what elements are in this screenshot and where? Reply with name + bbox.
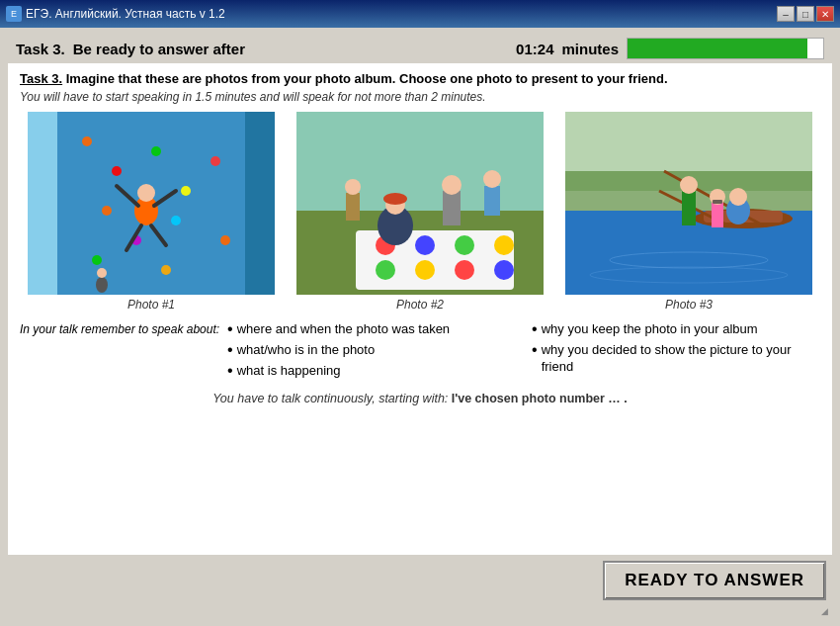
point-text-1: where and when the photo was taken (237, 321, 450, 338)
task-description: Be ready to answer after (73, 41, 508, 57)
svg-rect-43 (346, 193, 360, 221)
svg-point-44 (345, 179, 361, 195)
svg-rect-57 (682, 191, 696, 225)
svg-point-8 (181, 186, 191, 196)
points-right: • why you keep the photo in your album •… (532, 321, 820, 380)
continuous-prefix: You have to talk continuously, starting … (212, 392, 448, 405)
svg-rect-61 (713, 200, 722, 204)
svg-point-34 (455, 260, 474, 280)
svg-point-5 (82, 136, 92, 146)
point-item: • where and when the photo was taken (227, 321, 516, 338)
svg-point-38 (383, 193, 407, 205)
app-icon: E (6, 6, 22, 22)
svg-point-40 (442, 175, 462, 195)
svg-point-58 (680, 176, 698, 194)
point-text-2: what/who is in the photo (237, 342, 375, 359)
points-left: • where and when the photo was taken • w… (227, 321, 532, 384)
bullet-icon: • (227, 342, 233, 358)
close-button[interactable]: ✕ (816, 6, 834, 22)
progress-bar (628, 39, 807, 58)
svg-point-6 (112, 166, 122, 176)
point-item: • why you keep the photo in your album (532, 321, 820, 338)
svg-point-35 (494, 260, 514, 280)
window-title: ЕГЭ. Английский. Устная часть v 1.2 (26, 7, 225, 21)
timer-value: 01:24 (516, 41, 553, 57)
svg-point-33 (415, 260, 435, 280)
point-item: • what/who is in the photo (227, 342, 516, 359)
svg-point-17 (137, 184, 155, 202)
svg-point-56 (729, 188, 747, 206)
photo1-container: Photo #1 (20, 112, 283, 312)
photo1-box (20, 112, 283, 295)
progress-container (627, 38, 824, 59)
photo1-image (20, 112, 283, 295)
svg-rect-59 (712, 203, 723, 227)
resize-icon: ◢ (821, 606, 828, 616)
minimize-button[interactable]: – (777, 6, 795, 22)
point-text-4: why you keep the photo in your album (542, 321, 758, 338)
svg-point-15 (220, 235, 230, 245)
photo2-label: Photo #2 (396, 298, 444, 312)
svg-rect-39 (443, 191, 461, 225)
photo3-box (557, 112, 820, 295)
point-text-3: what is happening (237, 363, 341, 380)
svg-rect-41 (484, 186, 500, 216)
window-content: Task 3. Be ready to answer after 01:24 m… (0, 28, 840, 626)
svg-point-22 (96, 277, 108, 293)
maximize-button[interactable]: □ (797, 6, 814, 22)
ready-to-answer-button[interactable]: READY TO ANSWER (603, 561, 826, 600)
bullet-icon: • (532, 321, 538, 337)
content-area: Task 3. Imagine that these are photos fr… (8, 63, 832, 555)
status-bar: ◢ (6, 602, 834, 620)
photo3-label: Photo #3 (665, 298, 713, 312)
photo3-image (557, 112, 820, 295)
svg-point-29 (415, 235, 435, 255)
photo2-image (289, 112, 551, 295)
photos-row: Photo #1 (20, 112, 820, 312)
svg-point-11 (171, 216, 181, 225)
svg-point-12 (210, 156, 220, 166)
timer-unit: minutes (561, 41, 619, 57)
bottom-area: READY TO ANSWER (6, 555, 834, 602)
svg-point-32 (376, 260, 395, 280)
svg-point-30 (455, 235, 474, 255)
point-item: • why you decided to show the picture to… (532, 342, 820, 376)
svg-rect-25 (296, 112, 544, 211)
speaking-section: In your talk remember to speak about: • … (20, 321, 820, 384)
task-bar: Task 3. Be ready to answer after 01:24 m… (6, 34, 834, 63)
point-text-5: why you decided to show the picture to y… (542, 342, 820, 376)
svg-point-31 (494, 235, 514, 255)
svg-point-42 (483, 170, 501, 188)
svg-rect-4 (28, 112, 57, 295)
svg-point-7 (151, 146, 161, 156)
photo1-label: Photo #1 (127, 298, 175, 312)
task-label: Task 3. (16, 41, 65, 57)
task-heading-text: Imagine that these are photos from your … (62, 71, 667, 86)
photo2-container: Photo #2 (289, 112, 551, 312)
photo2-box (289, 112, 551, 295)
svg-point-23 (97, 268, 107, 278)
bullet-icon: • (227, 363, 233, 379)
photo3-container: Photo #3 (557, 112, 820, 312)
svg-point-13 (92, 255, 102, 265)
title-buttons: – □ ✕ (777, 6, 834, 22)
title-bar: E ЕГЭ. Английский. Устная часть v 1.2 – … (0, 0, 840, 28)
bullet-icon: • (227, 321, 233, 337)
task-subtitle: You will have to start speaking in 1.5 m… (20, 90, 820, 104)
title-bar-left: E ЕГЭ. Английский. Устная часть v 1.2 (6, 6, 225, 22)
continuous-highlight: I've chosen photo number … . (452, 392, 628, 405)
continuous-line: You have to talk continuously, starting … (20, 392, 820, 405)
svg-point-9 (102, 206, 112, 216)
bullet-icon: • (532, 342, 538, 358)
speaking-label: In your talk remember to speak about: (20, 321, 227, 338)
svg-point-14 (161, 265, 171, 275)
point-item: • what is happening (227, 363, 516, 380)
task-number: Task 3. (20, 71, 62, 86)
task-heading: Task 3. Imagine that these are photos fr… (20, 71, 820, 86)
